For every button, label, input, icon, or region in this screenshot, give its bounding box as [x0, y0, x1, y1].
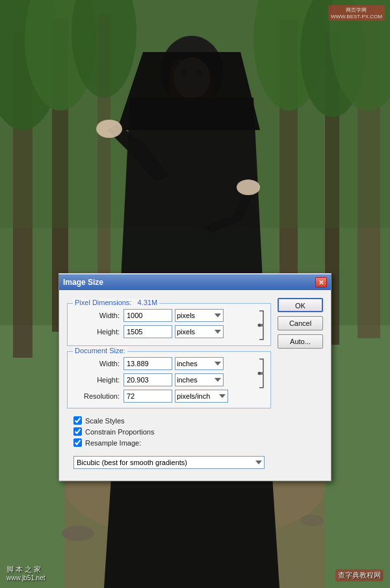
pixel-width-unit-select[interactable]: pixels percent — [175, 309, 224, 322]
constrain-proportions-checkbox[interactable] — [73, 427, 82, 436]
watermark-bottom-right: 查字典教程网 — [335, 569, 384, 581]
doc-height-input[interactable] — [124, 373, 172, 386]
scale-styles-checkbox[interactable] — [73, 416, 82, 425]
checkboxes-section: Scale Styles Constrain Proportions Resam… — [67, 414, 271, 452]
doc-height-unit-select[interactable]: inches cmmmpointspicaspercent — [175, 373, 224, 386]
pixel-fields: Width: pixels percent Height: — [74, 309, 252, 338]
pixel-chain-icon — [255, 310, 264, 340]
constrain-proportions-row: Constrain Proportions — [73, 427, 265, 436]
doc-chain-bracket — [255, 358, 264, 388]
dialog-container: Image Size ✕ Pixel Dimensions: 4.31M Wid… — [58, 273, 332, 481]
dialog-left-panel: Pixel Dimensions: 4.31M Width: pixels pe… — [67, 297, 271, 474]
svg-point-32 — [258, 324, 261, 327]
doc-width-row: Width: inches cmmmpointspicaspercent — [74, 357, 252, 370]
resample-image-checkbox[interactable] — [73, 438, 82, 447]
doc-resolution-label: Resolution: — [74, 392, 120, 400]
pixel-height-row: Height: pixels percent — [74, 325, 252, 338]
cancel-button[interactable]: Cancel — [278, 316, 323, 330]
dialog-body: Pixel Dimensions: 4.31M Width: pixels pe… — [59, 290, 331, 481]
resample-method-select[interactable]: Bicubic (best for smooth gradients) Near… — [73, 456, 265, 469]
pixel-width-input[interactable] — [124, 309, 172, 322]
doc-width-input[interactable] — [124, 357, 172, 370]
image-size-dialog: Image Size ✕ Pixel Dimensions: 4.31M Wid… — [58, 273, 332, 481]
watermark-bottom-left: 脚 本 之 家 www.jb51.net — [6, 565, 45, 581]
svg-point-33 — [258, 372, 261, 375]
resample-image-label: Resample Image: — [85, 439, 141, 447]
svg-point-30 — [237, 180, 260, 195]
pixel-height-unit-select[interactable]: pixels percent — [175, 325, 224, 338]
svg-point-29 — [96, 120, 122, 138]
pixel-dimensions-label: Pixel Dimensions: 4.31M — [73, 299, 159, 306]
svg-point-17 — [62, 526, 94, 541]
resample-image-row: Resample Image: — [73, 438, 265, 447]
watermark-top-right: 网页学网 WWW.BEST-PX.COM — [328, 5, 385, 21]
pixel-height-label: Height: — [74, 328, 120, 336]
doc-resolution-row: Resolution: pixels/inch pixels/cm — [74, 390, 252, 403]
document-size-label: Document Size: — [73, 347, 127, 354]
ok-button[interactable]: OK — [278, 298, 323, 312]
constrain-proportions-label: Constrain Proportions — [85, 428, 154, 436]
scale-styles-label: Scale Styles — [85, 417, 125, 425]
doc-chain-icon — [255, 358, 264, 388]
doc-resolution-unit-select[interactable]: pixels/inch pixels/cm — [175, 390, 228, 403]
dialog-close-button[interactable]: ✕ — [315, 277, 327, 287]
doc-width-unit-select[interactable]: inches cmmmpointspicaspercent — [175, 357, 224, 370]
dialog-buttons-panel: OK Cancel Auto... — [278, 297, 323, 474]
doc-height-row: Height: inches cmmmpointspicaspercent — [74, 373, 252, 386]
pixel-width-label: Width: — [74, 312, 120, 319]
pixel-width-row: Width: pixels percent — [74, 309, 252, 322]
doc-width-label: Width: — [74, 360, 120, 368]
dialog-title: Image Size — [63, 278, 103, 287]
pixel-chain-bracket — [255, 310, 264, 340]
doc-fields-container: Width: inches cmmmpointspicaspercent Hei… — [74, 357, 264, 403]
pixel-fields-container: Width: pixels percent Height: — [74, 309, 264, 340]
doc-fields: Width: inches cmmmpointspicaspercent Hei… — [74, 357, 252, 403]
doc-height-label: Height: — [74, 376, 120, 384]
auto-button[interactable]: Auto... — [278, 334, 323, 349]
doc-resolution-input[interactable] — [124, 390, 172, 403]
scale-styles-row: Scale Styles — [73, 416, 265, 425]
pixel-dimensions-section: Pixel Dimensions: 4.31M Width: pixels pe… — [67, 303, 271, 346]
document-size-section: Document Size: Width: inches cmmmpointsp… — [67, 351, 271, 408]
pixel-height-input[interactable] — [124, 325, 172, 338]
svg-point-18 — [300, 514, 324, 526]
resample-method-row: Bicubic (best for smooth gradients) Near… — [67, 456, 271, 474]
svg-marker-31 — [104, 488, 280, 588]
dialog-titlebar: Image Size ✕ — [59, 274, 331, 290]
pixel-size-value: 4.31M — [137, 299, 157, 306]
